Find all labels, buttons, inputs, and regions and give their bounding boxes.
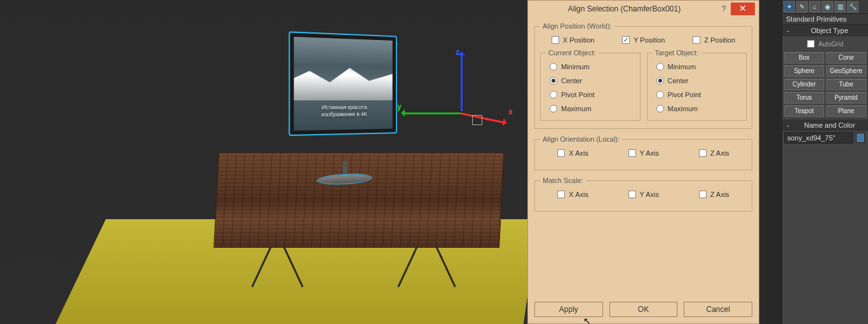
primitive-geosphere-button[interactable]: GeoSphere — [826, 65, 866, 77]
tv-text-2: изображения в 4K — [294, 111, 392, 119]
cancel-button[interactable]: Cancel — [684, 302, 752, 317]
close-button[interactable]: ✕ — [731, 3, 755, 15]
align-orientation-group: Align Orientation (Local): X Axis Y Axis… — [534, 135, 752, 170]
utilities-tab-icon[interactable]: 🔧 — [847, 1, 858, 13]
match-scale-legend: Match Scale: — [540, 177, 586, 184]
autogrid-checkbox[interactable] — [807, 40, 815, 48]
axis-label-x: x — [508, 107, 513, 116]
object-type-rollout[interactable]: - Object Type — [782, 25, 868, 36]
current-object-legend: Current Object: — [546, 49, 599, 57]
collapse-icon: - — [785, 121, 791, 129]
color-swatch[interactable] — [856, 133, 865, 143]
move-gizmo[interactable]: z y x — [442, 54, 518, 130]
primitive-plane-button[interactable]: Plane — [826, 105, 866, 117]
align-selection-dialog: Align Selection (ChamferBox001) ? ✕ Alig… — [527, 0, 759, 324]
orientation-z-checkbox[interactable]: Z Axis — [699, 149, 729, 157]
display-tab-icon[interactable]: ▥ — [834, 1, 846, 13]
primitive-pyramid-button[interactable]: Pyramid — [826, 92, 866, 104]
current-object-group: Current Object: MinimumCenterPivot Point… — [540, 49, 641, 121]
tv-screen: Истинная красота изображения в 4K — [290, 33, 396, 135]
tv-stand — [317, 162, 372, 185]
orientation-y-checkbox[interactable]: Y Axis — [628, 149, 659, 157]
align-position-legend: Align Position (World): — [540, 22, 614, 30]
align-orientation-legend: Align Orientation (Local): — [540, 135, 622, 143]
axis-x[interactable] — [461, 112, 505, 123]
dialog-titlebar[interactable]: Align Selection (ChamferBox001) ? ✕ — [528, 1, 759, 17]
target-radio-minimum[interactable]: Minimum — [656, 63, 742, 71]
dialog-title: Align Selection (ChamferBox001) — [532, 4, 717, 13]
scene-tv[interactable]: Истинная красота изображения в 4K — [290, 33, 396, 165]
primitive-tube-button[interactable]: Tube — [826, 79, 866, 90]
collapse-icon: - — [785, 27, 791, 34]
object-type-header: Object Type — [794, 27, 865, 34]
name-color-rollout[interactable]: - Name and Color — [782, 119, 868, 131]
object-name-input[interactable] — [784, 132, 853, 144]
x-position-checkbox[interactable]: X Position — [552, 36, 595, 44]
primitive-box-button[interactable]: Box — [784, 52, 824, 64]
current-radio-maximum[interactable]: Maximum — [550, 105, 635, 112]
ok-button[interactable]: OK — [609, 302, 678, 317]
target-object-group: Target Object: MinimumCenterPivot PointM… — [647, 49, 747, 121]
viewport-3d[interactable]: Истинная красота изображения в 4K z y x — [0, 0, 527, 324]
motion-tab-icon[interactable]: ◉ — [822, 1, 833, 13]
apply-button[interactable]: Apply — [534, 302, 603, 317]
target-radio-maximum[interactable]: Maximum — [656, 105, 742, 112]
axis-label-y: y — [397, 102, 402, 111]
name-color-header: Name and Color — [794, 121, 865, 129]
align-position-group: Align Position (World): X Position Y Pos… — [534, 22, 752, 129]
modify-tab-icon[interactable]: ✎ — [796, 1, 808, 13]
command-panel: ✦ ✎ ⌂ ◉ ▥ 🔧 Standard Primitives - Object… — [782, 0, 868, 324]
primitive-cone-button[interactable]: Cone — [826, 52, 866, 64]
scale-x-checkbox[interactable]: X Axis — [557, 191, 588, 198]
hierarchy-tab-icon[interactable]: ⌂ — [809, 1, 820, 13]
gizmo-plane-handle[interactable] — [472, 115, 482, 125]
help-button[interactable]: ? — [717, 3, 731, 15]
autogrid-label: AutoGrid — [818, 41, 843, 48]
primitive-teapot-button[interactable]: Teapot — [784, 105, 824, 117]
scale-y-checkbox[interactable]: Y Axis — [628, 191, 659, 198]
current-radio-center[interactable]: Center — [550, 77, 635, 84]
orientation-x-checkbox[interactable]: X Axis — [557, 149, 588, 157]
z-position-checkbox[interactable]: Z Position — [693, 36, 735, 44]
primitive-buttons: BoxConeSphereGeoSphereCylinderTubeTorusP… — [784, 52, 866, 117]
scale-z-checkbox[interactable]: Z Axis — [699, 191, 729, 198]
category-dropdown[interactable]: Standard Primitives — [782, 14, 868, 25]
target-radio-center[interactable]: Center — [656, 77, 742, 84]
y-position-checkbox[interactable]: Y Position — [622, 36, 665, 44]
axis-y[interactable] — [403, 112, 461, 114]
target-radio-pivot-point[interactable]: Pivot Point — [656, 91, 742, 98]
primitive-sphere-button[interactable]: Sphere — [784, 65, 824, 77]
axis-label-z: z — [456, 48, 459, 57]
axis-z[interactable] — [461, 54, 463, 111]
primitive-cylinder-button[interactable]: Cylinder — [784, 79, 824, 90]
create-tab-icon[interactable]: ✦ — [783, 1, 795, 13]
current-radio-pivot-point[interactable]: Pivot Point — [550, 91, 635, 98]
target-object-legend: Target Object: — [653, 49, 701, 57]
panel-tabs: ✦ ✎ ⌂ ◉ ▥ 🔧 — [782, 0, 868, 14]
primitive-torus-button[interactable]: Torus — [784, 92, 824, 104]
current-radio-minimum[interactable]: Minimum — [550, 63, 635, 71]
match-scale-group: Match Scale: X Axis Y Axis Z Axis — [534, 177, 752, 212]
